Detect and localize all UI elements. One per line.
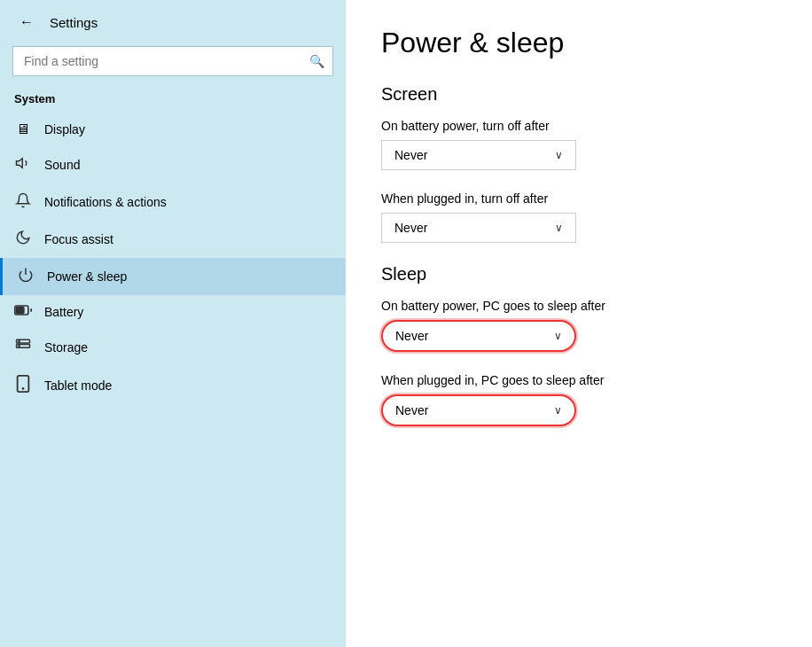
chevron-down-icon-2: ∨: [555, 222, 563, 234]
sidebar-item-label-sound: Sound: [44, 158, 80, 172]
screen-plugged-value: Never: [394, 221, 427, 235]
search-input[interactable]: [12, 46, 333, 76]
sidebar-item-sound[interactable]: Sound: [0, 146, 346, 183]
sidebar-item-label-tablet: Tablet mode: [44, 378, 112, 393]
svg-point-7: [19, 340, 20, 342]
search-box[interactable]: 🔍: [12, 46, 333, 76]
sidebar-item-label-battery: Battery: [44, 305, 83, 319]
back-button[interactable]: ←: [14, 12, 39, 32]
screen-battery-dropdown[interactable]: Never ∨: [381, 140, 576, 170]
system-label: System: [0, 89, 346, 113]
tablet-icon: [14, 375, 32, 396]
sidebar-item-label-storage: Storage: [44, 340, 88, 355]
sidebar-header: ← Settings: [0, 0, 346, 41]
power-icon: [17, 267, 35, 286]
screen-battery-dropdown-wrap: On battery power, turn off after Never ∨: [381, 119, 777, 170]
sidebar-item-label-power: Power & sleep: [47, 269, 127, 284]
sidebar-item-label-notifications: Notifications & actions: [44, 195, 167, 209]
sidebar-item-label-focus: Focus assist: [44, 232, 113, 246]
screen-section-title: Screen: [381, 84, 777, 105]
display-icon: 🖥: [14, 121, 32, 137]
sidebar-item-display[interactable]: 🖥 Display: [0, 113, 346, 146]
sound-icon: [14, 155, 32, 175]
sleep-plugged-value: Never: [395, 403, 428, 417]
sidebar-item-storage[interactable]: Storage: [0, 329, 346, 366]
page-title: Power & sleep: [381, 27, 777, 59]
sidebar: ← Settings 🔍 System 🖥 Display Sound Noti…: [0, 0, 346, 647]
sidebar-item-power[interactable]: Power & sleep: [0, 258, 346, 295]
sidebar-item-battery[interactable]: Battery: [0, 295, 346, 329]
svg-rect-4: [17, 308, 24, 314]
battery-icon: [14, 304, 32, 320]
focus-icon: [14, 230, 32, 249]
sleep-battery-dropdown-wrap: On battery power, PC goes to sleep after…: [381, 299, 777, 352]
screen-battery-label: On battery power, turn off after: [381, 119, 777, 133]
screen-plugged-label: When plugged in, turn off after: [381, 191, 777, 206]
sleep-plugged-dropdown-wrap: When plugged in, PC goes to sleep after …: [381, 373, 777, 426]
sidebar-item-tablet[interactable]: Tablet mode: [0, 366, 346, 405]
main-content: Power & sleep Screen On battery power, t…: [346, 0, 812, 647]
sidebar-item-notifications[interactable]: Notifications & actions: [0, 183, 346, 221]
screen-plugged-dropdown-wrap: When plugged in, turn off after Never ∨: [381, 191, 777, 243]
screen-battery-value: Never: [394, 148, 427, 162]
sleep-battery-dropdown[interactable]: Never ∨: [381, 320, 576, 352]
sidebar-item-label-display: Display: [44, 122, 85, 136]
storage-icon: [14, 338, 32, 357]
sidebar-title: Settings: [50, 15, 98, 30]
svg-point-8: [19, 346, 20, 347]
chevron-down-icon: ∨: [555, 149, 563, 161]
chevron-down-icon-4: ∨: [554, 404, 562, 417]
notifications-icon: [14, 192, 32, 212]
search-icon: 🔍: [309, 54, 324, 68]
chevron-down-icon-3: ∨: [554, 330, 562, 342]
sleep-section-title: Sleep: [381, 264, 777, 285]
sleep-battery-value: Never: [395, 329, 428, 343]
sidebar-item-focus[interactable]: Focus assist: [0, 221, 346, 258]
screen-plugged-dropdown[interactable]: Never ∨: [381, 213, 576, 243]
svg-marker-0: [17, 159, 23, 168]
sleep-battery-label: On battery power, PC goes to sleep after: [381, 299, 777, 313]
sleep-plugged-dropdown[interactable]: Never ∨: [381, 394, 576, 426]
sleep-plugged-label: When plugged in, PC goes to sleep after: [381, 373, 777, 387]
